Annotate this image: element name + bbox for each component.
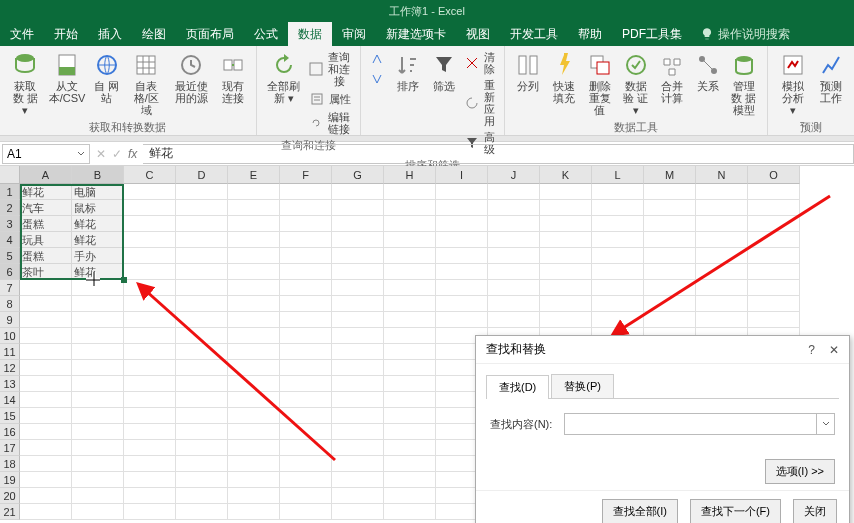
cell[interactable]: [280, 488, 332, 504]
cell[interactable]: [696, 280, 748, 296]
column-header[interactable]: M: [644, 166, 696, 184]
column-header[interactable]: C: [124, 166, 176, 184]
cell[interactable]: [72, 360, 124, 376]
cell[interactable]: [696, 216, 748, 232]
reapply-button[interactable]: 重新应用: [463, 78, 498, 128]
flash-fill-button[interactable]: 快速填充: [547, 50, 581, 106]
cell[interactable]: [20, 280, 72, 296]
cell[interactable]: [436, 232, 488, 248]
cell[interactable]: [540, 248, 592, 264]
cell[interactable]: [644, 280, 696, 296]
cell[interactable]: [124, 232, 176, 248]
cell[interactable]: [124, 344, 176, 360]
menu-insert[interactable]: 插入: [88, 22, 132, 46]
cell[interactable]: [176, 344, 228, 360]
cell[interactable]: [696, 296, 748, 312]
cell[interactable]: [384, 280, 436, 296]
cell[interactable]: [644, 200, 696, 216]
cell[interactable]: [696, 264, 748, 280]
cell[interactable]: [696, 248, 748, 264]
cell[interactable]: [228, 344, 280, 360]
cell[interactable]: [488, 312, 540, 328]
menu-newtab[interactable]: 新建选项卡: [376, 22, 456, 46]
cell[interactable]: [332, 312, 384, 328]
cell[interactable]: [124, 408, 176, 424]
find-replace-dialog[interactable]: 查找和替换 ? ✕ 查找(D) 替换(P) 查找内容(N): 选项(I) >> …: [475, 335, 850, 523]
cell[interactable]: [228, 440, 280, 456]
cell[interactable]: [20, 344, 72, 360]
cell[interactable]: [72, 408, 124, 424]
help-icon[interactable]: ?: [808, 343, 815, 357]
close-button[interactable]: 关闭: [793, 499, 837, 523]
row-header[interactable]: 20: [0, 488, 20, 504]
cell[interactable]: [124, 488, 176, 504]
sort-button[interactable]: 排序: [391, 50, 425, 94]
cell[interactable]: [488, 264, 540, 280]
cell[interactable]: [124, 184, 176, 200]
cell[interactable]: [384, 200, 436, 216]
cell[interactable]: [72, 456, 124, 472]
cell[interactable]: [176, 408, 228, 424]
cell[interactable]: [176, 312, 228, 328]
cell[interactable]: [592, 264, 644, 280]
row-header[interactable]: 15: [0, 408, 20, 424]
cell[interactable]: [384, 328, 436, 344]
cell[interactable]: [20, 424, 72, 440]
menu-draw[interactable]: 绘图: [132, 22, 176, 46]
cell[interactable]: [72, 280, 124, 296]
cell[interactable]: [748, 264, 800, 280]
find-what-input[interactable]: [565, 414, 816, 434]
cell[interactable]: [280, 440, 332, 456]
cell[interactable]: [124, 392, 176, 408]
cell[interactable]: [280, 472, 332, 488]
properties-button[interactable]: 属性: [307, 90, 354, 108]
cell[interactable]: [228, 232, 280, 248]
cell[interactable]: [696, 200, 748, 216]
cell[interactable]: 手办: [72, 248, 124, 264]
cell[interactable]: [384, 408, 436, 424]
cell[interactable]: [332, 264, 384, 280]
cell[interactable]: [332, 200, 384, 216]
row-header[interactable]: 4: [0, 232, 20, 248]
cancel-icon[interactable]: ✕: [96, 147, 106, 161]
cell[interactable]: [540, 200, 592, 216]
cell[interactable]: [72, 472, 124, 488]
cell[interactable]: [72, 344, 124, 360]
cell[interactable]: [72, 440, 124, 456]
cell[interactable]: [72, 376, 124, 392]
column-header[interactable]: B: [72, 166, 124, 184]
cell[interactable]: [20, 392, 72, 408]
cell[interactable]: [488, 200, 540, 216]
cell[interactable]: [228, 200, 280, 216]
cell[interactable]: [228, 312, 280, 328]
cell[interactable]: [280, 360, 332, 376]
cell[interactable]: [280, 408, 332, 424]
cell[interactable]: [436, 216, 488, 232]
tell-me[interactable]: 操作说明搜索: [700, 26, 790, 43]
cell[interactable]: [384, 360, 436, 376]
cell[interactable]: [592, 280, 644, 296]
cell[interactable]: [696, 312, 748, 328]
tab-replace[interactable]: 替换(P): [551, 374, 614, 398]
cell[interactable]: [488, 232, 540, 248]
cell[interactable]: [644, 216, 696, 232]
cell[interactable]: [748, 312, 800, 328]
cell[interactable]: [488, 216, 540, 232]
cell[interactable]: [592, 312, 644, 328]
row-header[interactable]: 13: [0, 376, 20, 392]
cell[interactable]: [488, 296, 540, 312]
cell[interactable]: [228, 376, 280, 392]
cell[interactable]: [384, 312, 436, 328]
menu-data[interactable]: 数据: [288, 22, 332, 46]
cell[interactable]: [384, 424, 436, 440]
cell[interactable]: [72, 488, 124, 504]
row-header[interactable]: 16: [0, 424, 20, 440]
cell[interactable]: [280, 296, 332, 312]
cell[interactable]: [20, 312, 72, 328]
cell[interactable]: [332, 408, 384, 424]
cell[interactable]: [384, 472, 436, 488]
cell[interactable]: [20, 456, 72, 472]
row-header[interactable]: 17: [0, 440, 20, 456]
cell[interactable]: [280, 376, 332, 392]
cell[interactable]: [176, 200, 228, 216]
